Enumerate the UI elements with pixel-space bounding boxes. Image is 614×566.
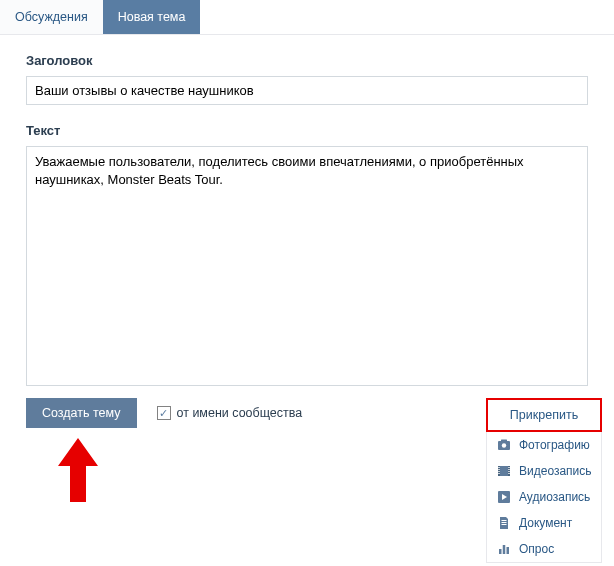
attach-video[interactable]: Видеозапись bbox=[487, 458, 601, 484]
svg-rect-21 bbox=[507, 547, 510, 554]
attach-poll[interactable]: Опрос bbox=[487, 536, 601, 562]
svg-rect-20 bbox=[503, 545, 506, 554]
document-icon bbox=[497, 516, 511, 530]
svg-rect-6 bbox=[498, 467, 499, 468]
svg-rect-9 bbox=[498, 473, 499, 474]
from-community-option[interactable]: ✓ от имени сообщества bbox=[157, 406, 303, 420]
attach-panel: Прикрепить Фотографию Видеозапись Аудиоз… bbox=[486, 398, 602, 563]
svg-rect-17 bbox=[502, 522, 507, 523]
title-label: Заголовок bbox=[26, 53, 588, 68]
svg-rect-19 bbox=[499, 549, 502, 554]
attach-audio-label: Аудиозапись bbox=[519, 490, 590, 504]
tab-new-topic[interactable]: Новая тема bbox=[103, 0, 201, 34]
svg-rect-11 bbox=[508, 469, 509, 470]
tab-discussions[interactable]: Обсуждения bbox=[0, 0, 103, 34]
poll-icon bbox=[497, 542, 511, 556]
arrow-annotation-icon bbox=[58, 438, 98, 502]
svg-point-1 bbox=[502, 443, 506, 447]
tabs: Обсуждения Новая тема bbox=[0, 0, 614, 35]
text-label: Текст bbox=[26, 123, 588, 138]
create-topic-button[interactable]: Создать тему bbox=[26, 398, 137, 428]
attach-audio[interactable]: Аудиозапись bbox=[487, 484, 601, 510]
attach-button[interactable]: Прикрепить bbox=[486, 398, 602, 432]
attach-photo-label: Фотографию bbox=[519, 438, 590, 452]
attach-photo[interactable]: Фотографию bbox=[487, 432, 601, 458]
attach-document[interactable]: Документ bbox=[487, 510, 601, 536]
from-community-label: от имени сообщества bbox=[177, 406, 303, 420]
title-input[interactable] bbox=[26, 76, 588, 105]
svg-rect-12 bbox=[508, 471, 509, 472]
svg-marker-22 bbox=[58, 438, 98, 502]
svg-rect-18 bbox=[502, 524, 507, 525]
svg-rect-10 bbox=[508, 467, 509, 468]
attach-video-label: Видеозапись bbox=[519, 464, 592, 478]
attach-poll-label: Опрос bbox=[519, 542, 554, 556]
video-icon bbox=[497, 464, 511, 478]
svg-rect-8 bbox=[498, 471, 499, 472]
text-input[interactable] bbox=[26, 146, 588, 386]
svg-rect-2 bbox=[501, 440, 507, 443]
attach-document-label: Документ bbox=[519, 516, 572, 530]
audio-icon bbox=[497, 490, 511, 504]
svg-rect-13 bbox=[508, 473, 509, 474]
form-content: Заголовок Текст bbox=[0, 35, 614, 407]
checkbox-icon: ✓ bbox=[157, 406, 171, 420]
svg-rect-7 bbox=[498, 469, 499, 470]
camera-icon bbox=[497, 438, 511, 452]
svg-rect-16 bbox=[502, 520, 507, 521]
